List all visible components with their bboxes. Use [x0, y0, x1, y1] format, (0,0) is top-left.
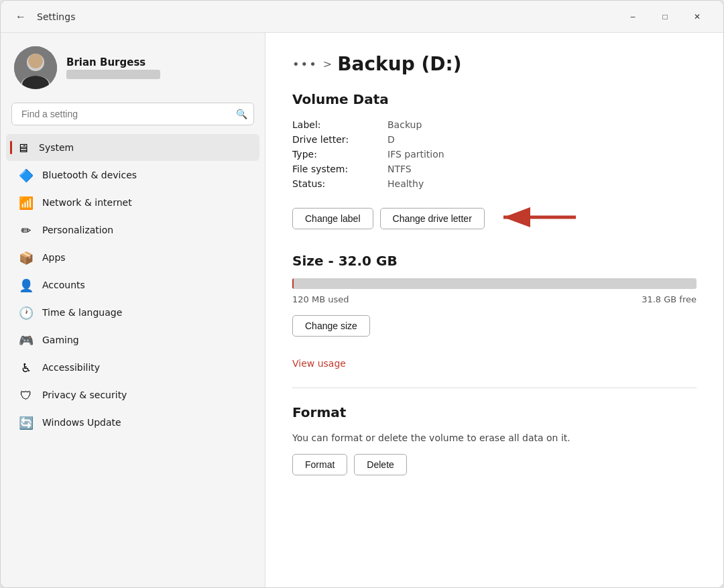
back-button[interactable]: ← — [11, 7, 30, 26]
sidebar-item-time[interactable]: 🕐Time & language — [6, 299, 259, 326]
user-section: Brian Burgess — [1, 33, 265, 100]
size-section: Size - 32.0 GB 120 MB used 31.8 GB free … — [292, 253, 697, 369]
system-icon: 🖥 — [16, 141, 29, 154]
format-section-title: Format — [292, 404, 697, 420]
avatar-image — [14, 46, 57, 89]
sidebar-item-label-accessibility: Accessibility — [42, 362, 100, 373]
time-icon: 🕐 — [19, 306, 33, 319]
sidebar-item-label-accounts: Accounts — [42, 280, 85, 290]
titlebar-title: Settings — [37, 11, 75, 22]
sidebar-item-label-personalization: Personalization — [42, 225, 113, 235]
volume-action-row: Change label Change drive letter — [292, 205, 697, 231]
field-value: D — [387, 134, 697, 145]
sidebar-item-label-apps: Apps — [42, 252, 66, 263]
accounts-icon: 👤 — [19, 278, 33, 292]
sidebar-item-personalization[interactable]: ✏️Personalization — [6, 217, 259, 243]
sidebar-item-label-privacy: Privacy & security — [42, 390, 127, 400]
breadcrumb: ••• > Backup (D:) — [292, 53, 697, 75]
volume-buttons: Change label Change drive letter — [292, 208, 485, 229]
minimize-button[interactable]: – — [617, 6, 648, 27]
storage-used-fill — [292, 278, 294, 289]
window-controls: – □ ✕ — [617, 6, 713, 27]
avatar — [14, 46, 57, 89]
storage-progress-bar — [292, 278, 697, 289]
format-description: You can format or delete the volume to e… — [292, 432, 697, 443]
sidebar-item-system[interactable]: 🖥System — [6, 134, 259, 161]
sidebar-item-label-update: Windows Update — [42, 417, 121, 428]
field-label: File system: — [292, 164, 379, 174]
volume-data-table: Label:BackupDrive letter:DType:IFS parti… — [292, 119, 697, 189]
sidebar-item-label-system: System — [39, 142, 74, 153]
free-label: 31.8 GB free — [642, 294, 697, 304]
network-icon: 📶 — [19, 196, 33, 209]
maximize-button[interactable]: □ — [650, 6, 680, 27]
titlebar: ← Settings – □ ✕ — [1, 1, 723, 33]
breadcrumb-dots: ••• — [292, 57, 318, 71]
format-section: Format You can format or delete the volu… — [292, 404, 697, 475]
field-label: Label: — [292, 119, 379, 130]
sidebar-item-accounts[interactable]: 👤Accounts — [6, 272, 259, 298]
view-usage-link[interactable]: View usage — [292, 358, 346, 369]
svg-point-3 — [28, 54, 43, 68]
field-label: Type: — [292, 149, 379, 160]
nav-list: 🖥System🔷Bluetooth & devices📶Network & in… — [1, 133, 265, 436]
sidebar-item-network[interactable]: 📶Network & internet — [6, 189, 259, 216]
sidebar-item-gaming[interactable]: 🎮Gaming — [6, 327, 259, 353]
main-content: ••• > Backup (D:) Volume Data Label:Back… — [265, 33, 723, 587]
sidebar-item-accessibility[interactable]: ♿Accessibility — [6, 354, 259, 381]
sidebar: Brian Burgess 🔍 🖥System🔷Bluetooth & devi… — [1, 33, 265, 587]
format-button[interactable]: Format — [292, 454, 347, 475]
breadcrumb-page-title: Backup (D:) — [337, 53, 461, 75]
sidebar-item-label-time: Time & language — [42, 307, 122, 318]
settings-window: ← Settings – □ ✕ — [0, 0, 724, 588]
search-input[interactable] — [11, 103, 254, 125]
format-buttons: Format Delete — [292, 454, 697, 475]
field-label: Drive letter: — [292, 134, 379, 145]
apps-icon: 📦 — [19, 251, 33, 264]
change-label-button[interactable]: Change label — [292, 208, 373, 229]
size-buttons: Change size — [292, 315, 697, 337]
delete-button[interactable]: Delete — [354, 454, 406, 475]
sidebar-item-label-gaming: Gaming — [42, 335, 79, 345]
used-label: 120 MB used — [292, 294, 349, 304]
size-labels: 120 MB used 31.8 GB free — [292, 294, 697, 304]
field-value: NTFS — [387, 164, 697, 174]
change-size-button[interactable]: Change size — [292, 315, 370, 337]
volume-section-title: Volume Data — [292, 91, 697, 107]
sidebar-item-update[interactable]: 🔄Windows Update — [6, 409, 259, 436]
privacy-icon: 🛡 — [19, 388, 33, 402]
search-box: 🔍 — [11, 103, 254, 125]
personalization-icon: ✏️ — [19, 223, 33, 237]
sidebar-item-privacy[interactable]: 🛡Privacy & security — [6, 381, 259, 408]
field-value: Healthy — [387, 178, 697, 189]
active-indicator — [10, 141, 12, 154]
user-info: Brian Burgess — [66, 56, 160, 79]
sidebar-item-label-network: Network & internet — [42, 197, 132, 208]
field-label: Status: — [292, 178, 379, 189]
breadcrumb-separator: > — [323, 58, 332, 70]
change-drive-letter-button[interactable]: Change drive letter — [380, 208, 485, 229]
close-button[interactable]: ✕ — [682, 6, 713, 27]
section-divider — [292, 388, 697, 388]
sidebar-item-bluetooth[interactable]: 🔷Bluetooth & devices — [6, 162, 259, 188]
user-email — [66, 70, 160, 79]
bluetooth-icon: 🔷 — [19, 168, 33, 182]
field-value: IFS partition — [387, 149, 697, 160]
gaming-icon: 🎮 — [19, 333, 33, 347]
field-value: Backup — [387, 119, 697, 130]
size-title: Size - 32.0 GB — [292, 253, 697, 269]
accessibility-icon: ♿ — [19, 361, 33, 374]
sidebar-item-label-bluetooth: Bluetooth & devices — [42, 170, 137, 180]
sidebar-item-apps[interactable]: 📦Apps — [6, 244, 259, 271]
update-icon: 🔄 — [19, 416, 33, 429]
red-arrow-annotation — [497, 205, 577, 231]
user-name: Brian Burgess — [66, 56, 160, 68]
content-area: Brian Burgess 🔍 🖥System🔷Bluetooth & devi… — [1, 33, 723, 587]
